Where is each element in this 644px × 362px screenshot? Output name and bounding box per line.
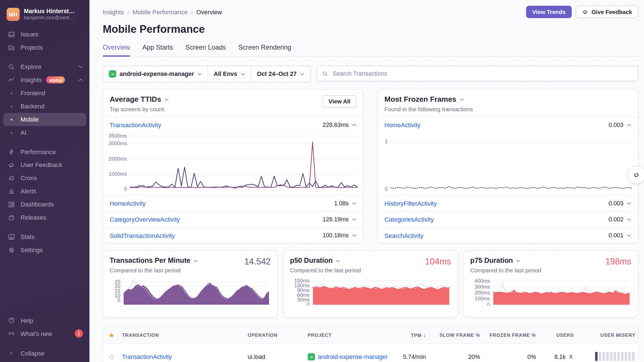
sidebar-item-projects[interactable]: Projects bbox=[3, 41, 86, 54]
chevron-right-icon: › bbox=[127, 8, 129, 15]
panel-title: Average TTIDs bbox=[110, 95, 161, 104]
tpm-cell: 5.74/min bbox=[392, 354, 428, 360]
column-header-slow-frame[interactable]: SLOW FRAME % bbox=[428, 333, 483, 338]
panel-subtitle: Top screens by count bbox=[110, 106, 169, 112]
sidebar-item-whats-new[interactable]: What's new 1 bbox=[3, 327, 86, 340]
row-value: 228.63ms bbox=[323, 122, 349, 128]
sidebar-item-dashboards[interactable]: Dashboards bbox=[3, 198, 86, 211]
gear-icon bbox=[7, 246, 15, 254]
sidebar-item-issues[interactable]: Issues bbox=[3, 28, 86, 41]
view-trends-button[interactable]: View Trends bbox=[526, 6, 572, 18]
column-header-transaction[interactable]: TRANSACTION bbox=[119, 333, 245, 338]
date-range-filter[interactable]: Oct 24–Oct 27 bbox=[251, 66, 310, 82]
chevron-up-icon[interactable] bbox=[627, 123, 631, 126]
feedback-fab[interactable] bbox=[627, 166, 644, 184]
chevron-down-icon[interactable] bbox=[516, 259, 520, 262]
project-link[interactable]: android-expense-manager bbox=[318, 354, 388, 360]
sidebar-item-label: User Feedback bbox=[20, 161, 62, 168]
star-outline-icon[interactable] bbox=[103, 354, 120, 360]
transaction-link[interactable]: TransactionActivity bbox=[110, 121, 161, 128]
column-header-tpm[interactable]: TPM ↓ bbox=[392, 332, 428, 338]
sidebar-item-settings[interactable]: Settings bbox=[3, 243, 86, 257]
chevron-up-icon[interactable] bbox=[352, 123, 356, 126]
svg-text:300ms: 300ms bbox=[474, 284, 490, 290]
search-input[interactable] bbox=[332, 70, 633, 77]
column-header-frozen-frame[interactable]: FROZEN FRAME % bbox=[483, 333, 538, 338]
give-feedback-button[interactable]: Give Feedback bbox=[576, 6, 638, 18]
chevron-down-icon[interactable] bbox=[627, 218, 631, 221]
column-header-users[interactable]: USERS bbox=[538, 333, 576, 338]
sidebar-item-releases[interactable]: Releases bbox=[3, 211, 86, 224]
transaction-link[interactable]: HistoryFilterActivity bbox=[384, 200, 437, 207]
p50-value: 104ms bbox=[425, 257, 451, 266]
chevron-down-icon[interactable] bbox=[335, 259, 340, 262]
megaphone-icon bbox=[633, 171, 640, 178]
svg-text:1: 1 bbox=[385, 138, 388, 144]
transaction-link[interactable]: TransactionActivity bbox=[119, 354, 245, 360]
svg-text:200ms: 200ms bbox=[474, 290, 490, 296]
stat-subtitle: Compared to the last period bbox=[110, 267, 198, 273]
frozen-row: CategoriesActivity 0.002 bbox=[378, 211, 638, 227]
tab-overview[interactable]: Overview bbox=[103, 44, 130, 56]
transaction-link[interactable]: SearchActivity bbox=[384, 232, 423, 239]
sidebar-item-backend[interactable]: • Backend bbox=[3, 100, 86, 113]
transaction-link[interactable]: HomeActivity bbox=[110, 200, 145, 207]
sidebar-item-ai[interactable]: • AI bbox=[3, 126, 86, 139]
sidebar-item-label: Projects bbox=[20, 44, 43, 51]
tab-app-starts[interactable]: App Starts bbox=[142, 44, 173, 56]
sidebar-item-label: Settings bbox=[20, 247, 43, 254]
svg-text:5: 5 bbox=[117, 297, 120, 303]
tpm-value: 14.542 bbox=[244, 257, 271, 266]
sidebar-item-user-feedback[interactable]: User Feedback bbox=[3, 158, 86, 171]
chevron-right-icon: › bbox=[191, 8, 193, 15]
siren-icon bbox=[7, 187, 15, 195]
environment-filter[interactable]: All Envs bbox=[208, 66, 251, 82]
search-transactions-box[interactable] bbox=[317, 66, 638, 81]
sidebar-item-label: Insights bbox=[20, 76, 42, 83]
breadcrumb-insights[interactable]: Insights bbox=[103, 8, 124, 15]
column-header-project[interactable]: PROJECT bbox=[305, 333, 392, 338]
chevron-down-icon[interactable] bbox=[352, 218, 356, 221]
sidebar-item-label: Mobile bbox=[20, 116, 39, 123]
sidebar-item-mobile[interactable]: • Mobile bbox=[3, 113, 86, 126]
sidebar-item-frontend[interactable]: • Frontend bbox=[3, 87, 86, 100]
transaction-link[interactable]: CategoriesActivity bbox=[384, 216, 434, 223]
chevron-down-icon[interactable] bbox=[460, 98, 464, 101]
transaction-link[interactable]: SolidTransactionActivity bbox=[110, 232, 175, 239]
star-icon[interactable] bbox=[103, 332, 120, 338]
column-header-operation[interactable]: OPERATION bbox=[245, 333, 305, 338]
sidebar-item-performance[interactable]: Performance bbox=[3, 145, 86, 158]
breadcrumb: Insights › Mobile Performance › Overview bbox=[103, 8, 222, 15]
breadcrumb-mobile-performance[interactable]: Mobile Performance bbox=[133, 8, 188, 15]
chevron-down-icon[interactable] bbox=[627, 234, 631, 237]
chevron-down-icon[interactable] bbox=[627, 202, 631, 205]
android-icon bbox=[308, 353, 315, 360]
dashboards-icon bbox=[7, 200, 15, 208]
user-menu[interactable]: MH Markus Hinterst… benjamin.coe@sent… bbox=[3, 6, 86, 28]
project-filter[interactable]: android-expense-manager bbox=[103, 66, 208, 82]
sidebar-item-explore[interactable]: Explore bbox=[3, 60, 86, 73]
breadcrumb-overview: Overview bbox=[196, 8, 222, 15]
view-all-button[interactable]: View All bbox=[323, 95, 357, 108]
help-icon bbox=[7, 316, 15, 324]
sidebar-item-crons[interactable]: Crons bbox=[3, 171, 86, 185]
sidebar-item-help[interactable]: Help bbox=[3, 314, 86, 327]
chevron-down-icon[interactable] bbox=[352, 202, 356, 205]
user-email: benjamin.coe@sent… bbox=[24, 15, 75, 21]
tab-screen-rendering[interactable]: Screen Rendering bbox=[238, 44, 291, 56]
column-header-user-misery[interactable]: USER MISERY bbox=[576, 333, 638, 338]
tab-screen-loads[interactable]: Screen Loads bbox=[186, 44, 226, 56]
chevron-down-icon[interactable] bbox=[193, 259, 198, 262]
android-icon bbox=[109, 70, 116, 78]
sidebar-collapse-button[interactable]: Collapse bbox=[3, 347, 86, 360]
chevron-down-icon[interactable] bbox=[165, 98, 169, 101]
p75-value: 198ms bbox=[605, 257, 631, 266]
sidebar-item-insights[interactable]: Insights alpha bbox=[3, 73, 86, 87]
slow-frame-cell: 20% bbox=[428, 354, 483, 360]
sidebar-item-stats[interactable]: Stats bbox=[3, 230, 86, 243]
chevron-down-icon[interactable] bbox=[352, 234, 356, 237]
transaction-link[interactable]: CategoryOverviewActivity bbox=[110, 216, 180, 223]
sidebar-item-alerts[interactable]: Alerts bbox=[3, 185, 86, 198]
chevron-left-icon bbox=[7, 349, 15, 357]
transaction-link[interactable]: HomeActivity bbox=[384, 121, 420, 128]
